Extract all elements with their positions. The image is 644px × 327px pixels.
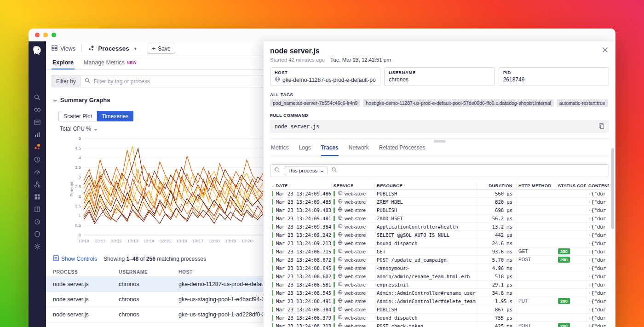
monitors-icon[interactable] [29, 153, 46, 166]
dashboards-icon[interactable] [29, 190, 46, 203]
minimize-window-button[interactable] [43, 33, 48, 37]
trace-duration: 34.8 ms [477, 289, 517, 297]
close-icon[interactable] [602, 47, 608, 53]
show-controls-button[interactable]: Show Controls [53, 255, 97, 263]
trace-service: web-store [345, 307, 366, 312]
trace-row[interactable]: Mar 23 13:24:08.213 web-store POST check… [270, 322, 609, 327]
column-status-code[interactable]: STATUS CODE [556, 182, 586, 189]
globe-icon [338, 199, 343, 205]
svg-text:0.5: 0.5 [75, 223, 81, 228]
panel-tab[interactable]: Metrics [271, 144, 289, 156]
trace-row[interactable]: Mar 23 13:24:08.545 web-store Admin::Adm… [270, 289, 609, 297]
host-info-box[interactable]: HOST gke-demo-11287-us-prod-e-default-po… [270, 67, 380, 86]
trace-row[interactable]: Mar 23 13:24:08.672 web-store POST /upda… [270, 256, 609, 264]
trace-table: ↓DATE SERVICE RESOURCE DURATION HTTP MET… [270, 182, 609, 327]
column-http-method[interactable]: HTTP METHOD [517, 182, 556, 189]
username-info-box[interactable]: USERNAME chronos [384, 67, 494, 86]
apm-icon[interactable] [29, 166, 46, 178]
trace-row[interactable]: Mar 23 13:24:08.491 web-store Admin::Adm… [270, 297, 609, 305]
scatter-plot-button[interactable]: Scatter Plot [58, 111, 97, 121]
column-process[interactable]: PROCESS [53, 269, 119, 275]
svg-text:13:18: 13:18 [209, 238, 220, 243]
tab-manage-metrics[interactable]: Manage Metrics NEW [83, 56, 138, 69]
column-date[interactable]: ↓DATE [270, 182, 332, 189]
network-icon[interactable] [29, 178, 46, 190]
maximize-window-button[interactable] [52, 33, 56, 37]
process-table-row[interactable]: node server.js chronos gke-demo-11287-us… [46, 277, 263, 292]
cpu-timeseries-chart[interactable]: 00.511.522.533.544.5513:1013:1113:1213:1… [69, 135, 263, 249]
trace-row[interactable]: Mar 23 13:24:08.379 web-store bound disp… [270, 314, 609, 322]
synthetics-icon[interactable] [29, 215, 46, 228]
column-duration[interactable]: DURATION [477, 182, 517, 189]
processes-icon[interactable] [29, 141, 46, 153]
trace-content: {"dur [591, 216, 606, 221]
trace-date: Mar 23 13:24:09.213 [276, 241, 331, 246]
trace-resource: PUBLISH [375, 305, 477, 313]
views-label: Views [60, 46, 75, 52]
trace-row[interactable]: Mar 23 13:24:09.384 web-store Applicatio… [270, 223, 609, 231]
views-button[interactable]: Views [52, 45, 75, 52]
tag-pill[interactable]: pod_name:ad-server-7b554c46c6-lr4n9 [270, 99, 360, 107]
save-button[interactable]: + Save [148, 44, 175, 54]
trace-row[interactable]: Mar 23 13:24:08.581 web-store expressIni… [270, 281, 609, 289]
infrastructure-icon[interactable] [29, 103, 46, 116]
logs-icon[interactable] [29, 203, 46, 215]
expand-caret-icon: › [588, 232, 590, 237]
trace-http-method: PUT [517, 297, 556, 305]
column-username[interactable]: USERNAME [119, 269, 178, 275]
service-indicator-bar [334, 274, 335, 279]
trace-duration: 698 µs [477, 206, 517, 214]
tab-explore[interactable]: Explore [52, 56, 75, 69]
trace-row[interactable]: Mar 23 13:24:09.481 web-store ZADD HSET … [270, 214, 609, 223]
process-table-row[interactable]: node server.js chronos gke-us-staging-po… [46, 307, 263, 322]
datadog-logo[interactable] [32, 45, 43, 58]
panel-drag-handle[interactable] [434, 140, 446, 143]
trace-row[interactable]: Mar 23 13:24:08.645 web-store <anonymous… [270, 264, 609, 272]
trace-row[interactable]: Mar 23 13:24:08.384 web-store PUBLISH 86… [270, 305, 609, 314]
trace-service: web-store [345, 265, 366, 271]
panel-tab[interactable]: Network [349, 144, 369, 156]
trace-row[interactable]: Mar 23 13:24:09.485 web-store ZREM HDEL … [270, 198, 609, 206]
security-icon[interactable] [29, 228, 46, 240]
trace-row[interactable]: Mar 23 13:24:09.486 web-store PUBLISH 56… [270, 189, 609, 198]
panel-tab[interactable]: Related Processes [379, 144, 426, 156]
trace-date: Mar 23 13:24:08.672 [276, 257, 331, 263]
column-host[interactable]: HOST [178, 269, 270, 275]
close-window-button[interactable] [35, 33, 40, 37]
tag-pill[interactable]: automatic-restart:true [557, 99, 608, 107]
column-resource[interactable]: RESOURCE [375, 182, 477, 189]
pid-info-box[interactable]: PID 2618749 [499, 67, 609, 86]
trace-row[interactable]: Mar 23 13:24:08.715 web-store GET 93.6 m… [270, 247, 609, 256]
trace-indicator-bar [272, 191, 273, 196]
tag-pill[interactable]: host:gke-demo-11287-us-prod-e-default-po… [363, 99, 553, 107]
column-content[interactable]: CONTENT [586, 182, 609, 189]
trace-row[interactable]: Mar 23 13:24:08.602 web-store admin/admi… [270, 272, 609, 281]
settings-icon[interactable] [29, 240, 46, 252]
trace-date: Mar 23 13:24:08.545 [276, 290, 331, 296]
process-table-row[interactable]: node server.js chronos gke-us-staging-de… [46, 322, 263, 327]
search-icon [274, 166, 280, 175]
panel-tab[interactable]: Traces [321, 144, 339, 156]
trace-row[interactable]: Mar 23 13:24:09.242 web-store SELECT @@S… [270, 231, 609, 239]
svg-text:13:14: 13:14 [144, 238, 155, 243]
page-title[interactable]: Processes ▼ [88, 45, 137, 53]
panel-scrollbar[interactable] [611, 148, 614, 229]
trace-row[interactable]: Mar 23 13:24:09.483 web-store PUBLISH 69… [270, 206, 609, 214]
svg-text:5: 5 [79, 136, 81, 141]
process-table-row[interactable]: node server.js chronos gke-us-staging-po… [46, 292, 263, 307]
trace-http-method: GET [517, 247, 556, 255]
timeseries-button[interactable]: Timeseries [97, 111, 133, 121]
trace-search-input[interactable] [341, 167, 605, 174]
host-list-icon[interactable] [29, 116, 46, 128]
trace-resource: admin/admin/rename_team.html.erb [375, 272, 477, 280]
trace-row[interactable]: Mar 23 13:24:09.213 web-store bound disp… [270, 239, 609, 247]
status-code-badge: 200 [558, 323, 570, 327]
column-service[interactable]: SERVICE [332, 182, 375, 189]
metrics-icon[interactable] [29, 128, 46, 141]
trace-date: Mar 23 13:24:09.481 [276, 216, 331, 221]
search-icon[interactable] [29, 91, 46, 103]
globe-icon [338, 281, 343, 287]
scope-select[interactable]: This process [284, 166, 328, 175]
copy-icon[interactable] [598, 123, 604, 131]
panel-tab[interactable]: Logs [299, 144, 311, 156]
